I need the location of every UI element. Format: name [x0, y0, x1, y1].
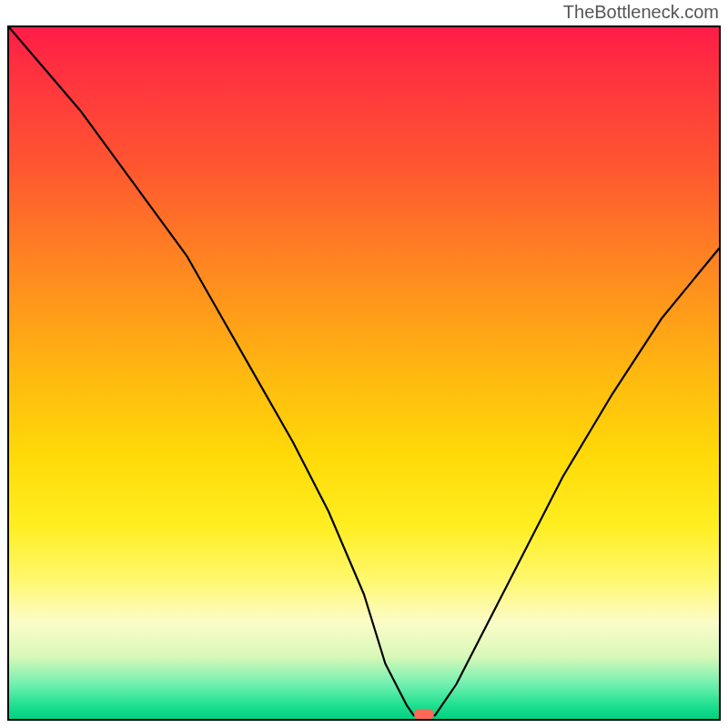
curve-svg [9, 27, 719, 719]
bottleneck-curve [9, 27, 719, 715]
plot-area [7, 25, 721, 721]
watermark-text: TheBottleneck.com [563, 2, 719, 23]
optimal-point-marker [414, 709, 434, 720]
chart-container: TheBottleneck.com [0, 0, 728, 728]
